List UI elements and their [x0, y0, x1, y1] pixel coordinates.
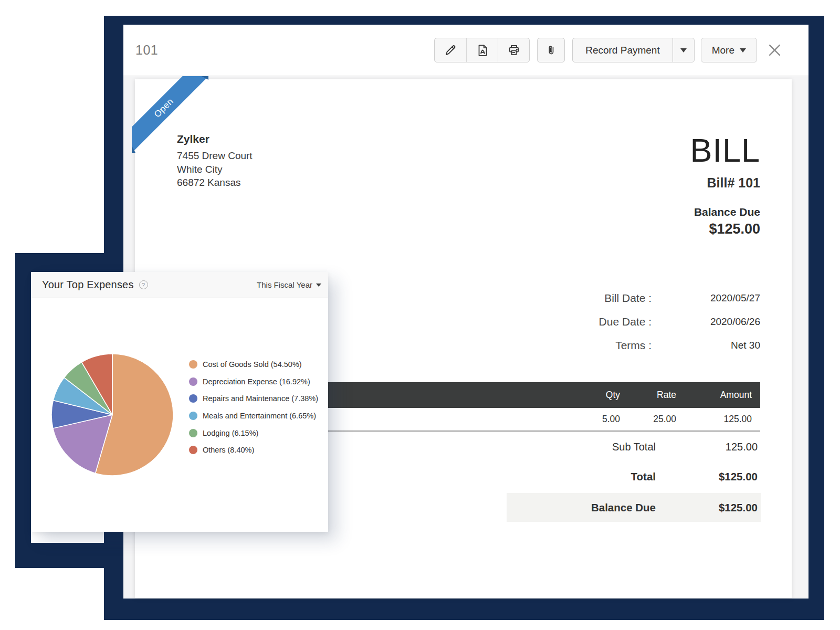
- page-title-bill-number: 101: [135, 43, 158, 58]
- sub-total-label: Sub Total: [612, 441, 656, 453]
- meta-row: Due Date : 2020/06/26: [599, 310, 760, 333]
- chevron-down-icon: [740, 48, 746, 52]
- vendor-address-line: 66872 Kansas: [177, 176, 253, 190]
- page: { "window": { "bill_number": "101", "too…: [0, 0, 840, 630]
- meta-value: 2020/05/27: [652, 292, 760, 304]
- cell-qty: 5.00: [562, 414, 620, 425]
- period-selector-label: This Fiscal Year: [257, 280, 312, 289]
- help-icon[interactable]: ?: [139, 280, 148, 289]
- vendor-name: Zylker: [177, 133, 253, 145]
- cell-amount: 125.00: [676, 414, 752, 425]
- expenses-pie-chart[interactable]: [49, 352, 175, 478]
- pie-legend: Cost of Goods Sold (54.50%) Depreciation…: [189, 356, 318, 459]
- legend-swatch: [189, 394, 197, 403]
- legend-item: Cost of Goods Sold (54.50%): [189, 356, 318, 373]
- close-button[interactable]: [766, 43, 782, 58]
- balance-row-label: Balance Due: [591, 501, 656, 514]
- record-payment-dropdown[interactable]: [673, 38, 694, 62]
- legend-swatch: [189, 377, 197, 386]
- col-amount: Amount: [676, 390, 752, 401]
- document-header-block: BILL Bill# 101 Balance Due $125.00: [690, 134, 760, 237]
- cell-rate: 25.00: [620, 414, 676, 425]
- printer-icon: [507, 44, 521, 57]
- legend-swatch: [189, 429, 197, 437]
- bill-reference: Bill# 101: [690, 175, 760, 191]
- attachments-button[interactable]: [537, 38, 565, 62]
- legend-item: Repairs and Maintenance (7.38%): [189, 390, 318, 407]
- document-action-group: [434, 38, 530, 62]
- toolbar-actions: Record Payment More: [434, 38, 782, 62]
- legend-item: Meals and Entertainment (6.65%): [189, 407, 318, 425]
- sub-total-row: Sub Total 125.00: [507, 433, 761, 460]
- pdf-file-icon: [476, 44, 489, 57]
- status-ribbon-label: Open: [152, 96, 176, 120]
- legend-label: Repairs and Maintenance (7.38%): [203, 394, 318, 403]
- document-title: BILL: [690, 134, 760, 167]
- record-payment-label: Record Payment: [585, 45, 660, 56]
- export-pdf-button[interactable]: [466, 38, 498, 62]
- paperclip-icon: [545, 44, 558, 57]
- meta-value: 2020/06/26: [652, 316, 760, 328]
- close-icon: [768, 43, 782, 57]
- total-label: Total: [631, 470, 656, 483]
- card-title: Your Top Expenses: [42, 279, 134, 291]
- legend-label: Others (8.40%): [203, 446, 254, 454]
- meta-label: Terms :: [615, 339, 652, 352]
- record-payment-split-button: Record Payment: [572, 38, 695, 62]
- period-selector[interactable]: This Fiscal Year: [257, 280, 321, 289]
- chevron-down-icon: [316, 284, 321, 287]
- balance-row-value: $125.00: [656, 501, 761, 514]
- legend-swatch: [189, 360, 197, 369]
- more-button[interactable]: More: [701, 38, 757, 62]
- legend-label: Lodging (6.15%): [203, 429, 258, 437]
- balance-due-label: Balance Due: [690, 206, 760, 218]
- meta-value: Net 30: [652, 340, 760, 351]
- col-qty: Qty: [562, 390, 620, 401]
- balance-due-row: Balance Due $125.00: [507, 493, 761, 522]
- total-row: Total $125.00: [507, 460, 761, 493]
- chevron-down-icon: [680, 48, 687, 52]
- record-payment-button[interactable]: Record Payment: [573, 38, 673, 62]
- card-header: Your Top Expenses ? This Fiscal Year: [32, 272, 328, 298]
- legend-swatch: [189, 446, 197, 454]
- legend-label: Meals and Entertainment (6.65%): [203, 412, 316, 420]
- meta-label: Due Date :: [599, 316, 652, 328]
- top-expenses-card: Your Top Expenses ? This Fiscal Year Cos…: [32, 272, 328, 532]
- legend-item: Others (8.40%): [189, 442, 318, 459]
- pencil-icon: [444, 44, 457, 57]
- bill-meta-block: Bill Date : 2020/05/27 Due Date : 2020/0…: [599, 286, 760, 357]
- sub-total-value: 125.00: [656, 441, 761, 453]
- edit-button[interactable]: [435, 38, 466, 62]
- meta-row: Terms : Net 30: [599, 333, 760, 357]
- legend-swatch: [189, 412, 197, 420]
- print-button[interactable]: [498, 38, 529, 62]
- toolbar: 101: [123, 25, 808, 76]
- more-label: More: [712, 45, 734, 56]
- vendor-address-block: Zylker 7455 Drew Court White City 66872 …: [177, 133, 253, 190]
- legend-label: Cost of Goods Sold (54.50%): [203, 360, 302, 369]
- legend-label: Depreciation Expense (16.92%): [203, 377, 310, 386]
- vendor-address-line: 7455 Drew Court: [177, 149, 253, 163]
- vendor-address-line: White City: [177, 163, 253, 176]
- meta-label: Bill Date :: [604, 292, 652, 304]
- col-rate: Rate: [620, 390, 676, 401]
- total-value: $125.00: [656, 470, 761, 483]
- legend-item: Depreciation Expense (16.92%): [189, 373, 318, 391]
- totals-block: Sub Total 125.00 Total $125.00 Balance D…: [507, 433, 761, 522]
- balance-due-value: $125.00: [690, 221, 760, 237]
- meta-row: Bill Date : 2020/05/27: [599, 286, 760, 310]
- legend-item: Lodging (6.15%): [189, 424, 318, 442]
